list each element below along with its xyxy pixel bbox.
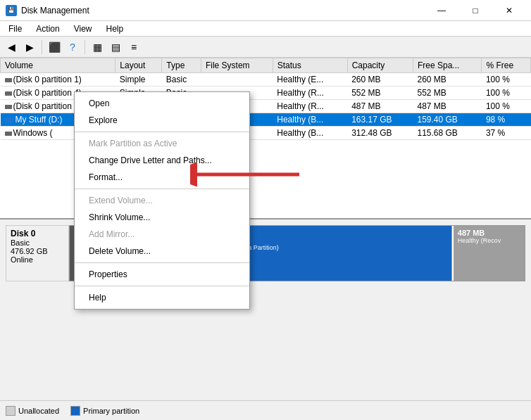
legend-primary-label: Primary partition bbox=[83, 407, 139, 415]
ctx-sep-3 bbox=[75, 262, 249, 263]
ctx-shrink-volume[interactable]: Shrink Volume... bbox=[75, 209, 249, 226]
toolbar-sep-1 bbox=[42, 40, 42, 54]
menu-help[interactable]: Help bbox=[101, 23, 130, 35]
cell-free: 159.40 GB bbox=[413, 113, 481, 127]
maximize-button[interactable]: □ bbox=[459, 0, 492, 21]
col-layout: Layout bbox=[115, 58, 162, 73]
context-menu: Open Explore Mark Partition as Active Ch… bbox=[74, 91, 250, 310]
cell-capacity: 163.17 GB bbox=[347, 113, 413, 127]
menu-view[interactable]: View bbox=[68, 23, 98, 35]
cell-status: Healthy (R... bbox=[273, 100, 347, 113]
window-title: Disk Management bbox=[21, 6, 89, 15]
cell-pct: 100 % bbox=[482, 87, 531, 100]
col-volume: Volume bbox=[1, 58, 115, 73]
ctx-extend-volume: Extend Volume... bbox=[75, 192, 249, 209]
ctx-sep-2 bbox=[75, 189, 249, 189]
cell-pct: 100 % bbox=[482, 73, 531, 87]
cell-free: 487 MB bbox=[413, 100, 481, 113]
ctx-properties[interactable]: Properties bbox=[75, 266, 249, 283]
ctx-change-drive-letter[interactable]: Change Drive Letter and Paths... bbox=[75, 152, 249, 169]
disk-status: Online bbox=[11, 255, 33, 264]
cell-volume: (Disk 0 partition 1) bbox=[1, 73, 115, 87]
disk-size: 476.92 GB bbox=[11, 247, 48, 255]
toolbar-btn-3[interactable]: ⬛ bbox=[46, 39, 63, 56]
ctx-help[interactable]: Help bbox=[75, 289, 249, 306]
cell-pct: 100 % bbox=[482, 100, 531, 113]
menu-file[interactable]: File bbox=[3, 23, 27, 35]
cell-capacity: 312.48 GB bbox=[347, 127, 413, 140]
table-header-row: Volume Layout Type File System Status Ca… bbox=[1, 58, 531, 73]
disk-name: Disk 0 bbox=[11, 229, 64, 238]
table-row[interactable]: (Disk 0 partition 1) Simple Basic Health… bbox=[1, 73, 531, 87]
menu-action[interactable]: Action bbox=[30, 23, 65, 35]
cell-fs bbox=[201, 73, 273, 87]
partition-size: 487 MB bbox=[458, 229, 520, 237]
col-pctfree: % Free bbox=[482, 58, 531, 73]
legend-unalloc-label: Unallocated bbox=[18, 407, 59, 415]
cell-pct: 98 % bbox=[482, 113, 531, 127]
legend-primary: Primary partition bbox=[70, 406, 139, 416]
partition-recovery2[interactable]: 487 MB Healthy (Recov bbox=[454, 226, 525, 281]
col-capacity: Capacity bbox=[347, 58, 413, 73]
toolbar-btn-7[interactable]: ≡ bbox=[125, 39, 142, 56]
cell-layout: Simple bbox=[115, 73, 162, 87]
toolbar-btn-4[interactable]: ? bbox=[64, 39, 81, 56]
col-type: Type bbox=[162, 58, 201, 73]
col-freespace: Free Spa... bbox=[413, 58, 481, 73]
cell-status: Healthy (R... bbox=[273, 87, 347, 100]
cell-pct: 37 % bbox=[482, 127, 531, 140]
status-bar: Unallocated Primary partition bbox=[0, 400, 531, 420]
disk-type: Basic bbox=[11, 238, 30, 247]
ctx-format[interactable]: Format... bbox=[75, 169, 249, 186]
legend-unalloc-box bbox=[6, 406, 15, 416]
disk-label: Disk 0 Basic 476.92 GB Online bbox=[6, 225, 69, 281]
ctx-sep-4 bbox=[75, 286, 249, 286]
cell-capacity: 487 MB bbox=[347, 100, 413, 113]
cell-free: 552 MB bbox=[413, 87, 481, 100]
app-icon: 💾 bbox=[6, 5, 17, 16]
col-status: Status bbox=[273, 58, 347, 73]
title-bar-left: 💾 Disk Management bbox=[6, 5, 89, 16]
title-bar: 💾 Disk Management — □ ✕ bbox=[0, 0, 531, 21]
ctx-add-mirror: Add Mirror... bbox=[75, 226, 249, 243]
window-controls[interactable]: — □ ✕ bbox=[425, 0, 525, 21]
ctx-mark-active: Mark Partition as Active bbox=[75, 135, 249, 152]
toolbar-btn-6[interactable]: ▤ bbox=[107, 39, 124, 56]
back-button[interactable]: ◀ bbox=[3, 39, 20, 56]
cell-capacity: 260 MB bbox=[347, 73, 413, 87]
close-button[interactable]: ✕ bbox=[493, 0, 525, 21]
forward-button[interactable]: ▶ bbox=[21, 39, 38, 56]
col-filesystem: File System bbox=[201, 58, 273, 73]
toolbar-btn-5[interactable]: ▦ bbox=[89, 39, 106, 56]
toolbar-sep-2 bbox=[85, 40, 85, 54]
legend-primary-box bbox=[70, 406, 80, 416]
ctx-open[interactable]: Open bbox=[75, 95, 249, 112]
menu-bar: File Action View Help bbox=[0, 21, 531, 37]
cell-capacity: 552 MB bbox=[347, 87, 413, 100]
toolbar: ◀ ▶ ⬛ ? ▦ ▤ ≡ bbox=[0, 37, 531, 58]
ctx-delete-volume[interactable]: Delete Volume... bbox=[75, 243, 249, 260]
cell-free: 260 MB bbox=[413, 73, 481, 87]
cell-status: Healthy (B... bbox=[273, 113, 347, 127]
minimize-button[interactable]: — bbox=[425, 0, 458, 21]
cell-status: Healthy (B... bbox=[273, 127, 347, 140]
cell-free: 115.68 GB bbox=[413, 127, 481, 140]
cell-type: Basic bbox=[162, 73, 201, 87]
ctx-sep-1 bbox=[75, 132, 249, 132]
partition-status: Healthy (Recov bbox=[458, 237, 520, 244]
cell-status: Healthy (E... bbox=[273, 73, 347, 87]
legend-unallocated: Unallocated bbox=[6, 406, 59, 416]
ctx-explore[interactable]: Explore bbox=[75, 112, 249, 129]
